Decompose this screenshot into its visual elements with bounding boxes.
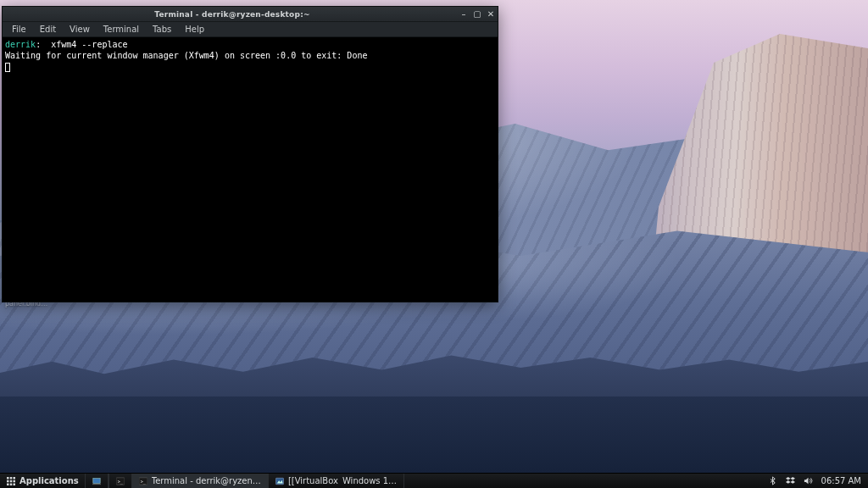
terminal-output-line: Waiting for current window manager (Xfwm… (5, 51, 367, 60)
terminal-icon: >_ (139, 477, 147, 485)
svg-rect-1 (10, 477, 13, 480)
svg-marker-20 (791, 480, 796, 484)
svg-rect-4 (10, 480, 13, 482)
menu-tabs[interactable]: Tabs (147, 23, 177, 36)
svg-rect-3 (7, 480, 9, 482)
window-title: Terminal - derrik@ryzen-desktop:~ (8, 10, 457, 19)
terminal-body[interactable]: derrik: xfwm4 --replace Waiting for curr… (3, 37, 498, 302)
desktop: panel.bind… Terminal - derrik@ryzen-desk… (0, 0, 868, 488)
taskbar: Applications >_ >_ Terminal - derrik@ryz… (0, 473, 868, 488)
window-titlebar[interactable]: Terminal - derrik@ryzen-desktop:~ – ▢ ✕ (3, 7, 498, 22)
menu-edit[interactable]: Edit (34, 23, 62, 36)
svg-rect-7 (10, 483, 13, 485)
apps-grid-icon (6, 476, 16, 486)
svg-rect-10 (92, 483, 101, 484)
bluetooth-icon[interactable] (768, 476, 778, 486)
svg-text:>_: >_ (141, 478, 147, 484)
system-tray: 06:57 AM (761, 474, 868, 488)
terminal-cursor (5, 63, 10, 72)
window-maximize-button[interactable]: ▢ (470, 8, 484, 21)
svg-marker-18 (791, 477, 796, 480)
applications-menu-label: Applications (19, 476, 79, 485)
applications-menu-button[interactable]: Applications (0, 474, 86, 488)
svg-rect-8 (14, 483, 16, 485)
svg-text:>_: >_ (118, 478, 124, 484)
svg-rect-0 (7, 477, 9, 480)
launcher-terminal[interactable]: >_ (109, 474, 132, 488)
svg-rect-15 (275, 478, 283, 485)
terminal-icon: >_ (115, 476, 125, 486)
menu-terminal[interactable]: Terminal (97, 23, 145, 36)
menu-file[interactable]: File (6, 23, 32, 36)
show-desktop-button[interactable] (86, 474, 108, 488)
svg-rect-5 (14, 480, 16, 482)
show-desktop-icon (92, 476, 102, 486)
terminal-command: xfwm4 --replace (41, 40, 127, 49)
dropbox-icon[interactable] (786, 476, 796, 486)
window-menubar: File Edit View Terminal Tabs Help (3, 22, 498, 37)
svg-rect-6 (7, 483, 9, 485)
window-minimize-button[interactable]: – (457, 8, 470, 21)
menu-help[interactable]: Help (179, 23, 210, 36)
task-virtualbox[interactable]: [[VirtualBox_Windows 1… (269, 474, 404, 488)
menu-view[interactable]: View (64, 23, 96, 36)
panel-clock[interactable]: 06:57 AM (821, 476, 861, 485)
terminal-window[interactable]: Terminal - derrik@ryzen-desktop:~ – ▢ ✕ … (2, 6, 498, 302)
task-label: Terminal - derrik@ryzen… (152, 476, 261, 485)
volume-icon[interactable] (804, 476, 814, 486)
svg-marker-17 (786, 477, 791, 480)
window-close-button[interactable]: ✕ (484, 8, 498, 21)
task-terminal[interactable]: >_ Terminal - derrik@ryzen… (132, 474, 269, 488)
svg-rect-9 (93, 478, 100, 483)
image-icon (275, 477, 284, 485)
terminal-prompt-user: derrik (5, 40, 36, 49)
svg-rect-2 (14, 477, 16, 480)
task-label: [[VirtualBox_Windows 1… (288, 476, 397, 485)
svg-marker-19 (786, 480, 791, 484)
